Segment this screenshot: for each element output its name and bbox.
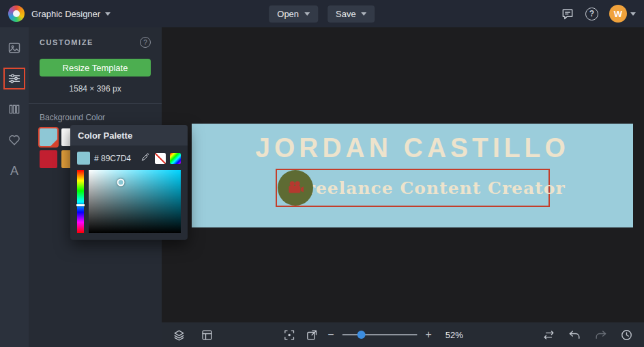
rail-item-text[interactable]: A bbox=[3, 160, 25, 182]
befunky-logo-icon[interactable] bbox=[8, 5, 25, 22]
redo-button[interactable] bbox=[593, 327, 609, 343]
zoom-slider-track bbox=[342, 334, 417, 335]
canvas-settings-button[interactable] bbox=[199, 327, 215, 343]
fit-screen-icon bbox=[282, 329, 295, 342]
hue-slider-marker[interactable] bbox=[76, 204, 85, 206]
text-tool-icon: A bbox=[10, 164, 18, 178]
rail-item-layouts[interactable] bbox=[3, 98, 25, 120]
transparent-swatch[interactable] bbox=[155, 153, 166, 164]
topbar-right: ? W bbox=[561, 5, 636, 23]
chevron-down-icon bbox=[105, 12, 111, 16]
account-menu[interactable]: W bbox=[609, 5, 636, 23]
open-in-new-icon bbox=[305, 329, 318, 342]
zoom-in-button[interactable]: + bbox=[424, 328, 433, 342]
undo-button[interactable] bbox=[567, 327, 583, 343]
save-button[interactable]: Save bbox=[327, 5, 375, 23]
bottombar-left bbox=[171, 327, 215, 343]
color-swatch[interactable] bbox=[40, 128, 57, 146]
rail-item-customize[interactable] bbox=[3, 68, 25, 89]
fit-to-screen-button[interactable] bbox=[281, 327, 297, 343]
color-swatch[interactable] bbox=[40, 150, 57, 168]
movie-camera-icon bbox=[286, 178, 305, 197]
tool-rail: A bbox=[0, 27, 29, 347]
panel-title: CUSTOMIZE bbox=[40, 38, 93, 46]
chevron-down-icon bbox=[630, 12, 636, 16]
preview-button[interactable] bbox=[304, 327, 319, 343]
gradient-cursor[interactable] bbox=[117, 179, 125, 186]
topbar-actions: Open Save bbox=[269, 5, 375, 23]
banner-subtitle-text[interactable]: Freelance Content Creator bbox=[293, 178, 565, 198]
eyedropper-button[interactable] bbox=[141, 152, 151, 165]
image-icon bbox=[8, 41, 21, 55]
minus-icon: − bbox=[327, 329, 334, 340]
chevron-down-icon bbox=[304, 12, 310, 16]
question-mark-icon: ? bbox=[585, 8, 598, 20]
canvas-banner[interactable]: JORDAN CASTILLO Freelance Content Creato… bbox=[192, 124, 633, 227]
artboard-icon bbox=[201, 329, 214, 342]
avatar: W bbox=[609, 5, 627, 23]
panel-divider bbox=[29, 103, 162, 104]
color-palette-header: Color Palette bbox=[70, 125, 188, 145]
rail-item-templates[interactable] bbox=[3, 37, 25, 59]
resize-template-button[interactable]: Resize Template bbox=[40, 59, 151, 77]
subtitle-box[interactable]: Freelance Content Creator bbox=[276, 169, 550, 207]
panel-help-icon[interactable]: ? bbox=[140, 37, 151, 48]
save-button-label: Save bbox=[336, 9, 356, 19]
open-button-label: Open bbox=[277, 9, 299, 19]
gradient-area[interactable] bbox=[89, 170, 181, 233]
help-button[interactable]: ? bbox=[585, 8, 598, 20]
template-dimensions: 1584 × 396 px bbox=[40, 84, 151, 94]
layers-icon bbox=[173, 329, 186, 342]
zoom-slider-thumb[interactable] bbox=[357, 331, 365, 339]
zoom-percentage: 52% bbox=[445, 330, 463, 340]
bottombar-right bbox=[541, 327, 634, 343]
hue-slider[interactable] bbox=[77, 170, 84, 233]
swap-arrows-icon bbox=[542, 329, 555, 342]
banner-title-text[interactable]: JORDAN CASTILLO bbox=[255, 133, 570, 161]
color-palette-popup: Color Palette # 89C7D4 bbox=[70, 125, 188, 240]
hex-color-input[interactable]: # 89C7D4 bbox=[94, 154, 136, 163]
camera-badge[interactable] bbox=[278, 170, 313, 206]
rainbow-swatch[interactable] bbox=[170, 153, 181, 164]
app-window: Graphic Designer Open Save ? bbox=[0, 0, 644, 347]
heart-icon bbox=[8, 133, 21, 147]
columns-icon bbox=[8, 102, 21, 116]
sliders-icon bbox=[8, 72, 21, 85]
open-button[interactable]: Open bbox=[269, 5, 318, 23]
canvas-column: JORDAN CASTILLO Freelance Content Creato… bbox=[162, 27, 644, 347]
canvas-viewport[interactable]: JORDAN CASTILLO Freelance Content Creato… bbox=[162, 27, 644, 322]
zoom-out-button[interactable]: − bbox=[326, 328, 335, 342]
picker-body bbox=[70, 170, 188, 240]
chevron-down-icon bbox=[362, 12, 367, 16]
chat-bubble-icon bbox=[561, 7, 574, 20]
compare-button[interactable] bbox=[541, 327, 557, 343]
app-title: Graphic Designer bbox=[31, 9, 100, 19]
app-menu[interactable]: Graphic Designer bbox=[31, 9, 111, 19]
layers-button[interactable] bbox=[171, 327, 187, 343]
history-clock-icon bbox=[620, 329, 633, 342]
hex-row: # 89C7D4 bbox=[70, 145, 188, 170]
current-color-chip bbox=[77, 152, 90, 165]
plus-icon: + bbox=[425, 329, 431, 340]
zoom-controls: − + 52% bbox=[281, 327, 463, 343]
panel-header: CUSTOMIZE ? bbox=[40, 37, 151, 48]
bottom-toolbar: − + 52% bbox=[162, 322, 644, 347]
redo-icon bbox=[594, 329, 607, 342]
undo-icon bbox=[568, 329, 581, 342]
topbar: Graphic Designer Open Save ? bbox=[0, 0, 644, 27]
background-color-label: Background Color bbox=[40, 113, 151, 122]
rail-item-favorites[interactable] bbox=[3, 129, 25, 151]
zoom-slider[interactable] bbox=[342, 330, 417, 339]
eyedropper-icon bbox=[141, 152, 151, 162]
history-button[interactable] bbox=[619, 327, 634, 343]
feedback-button[interactable] bbox=[561, 7, 574, 20]
